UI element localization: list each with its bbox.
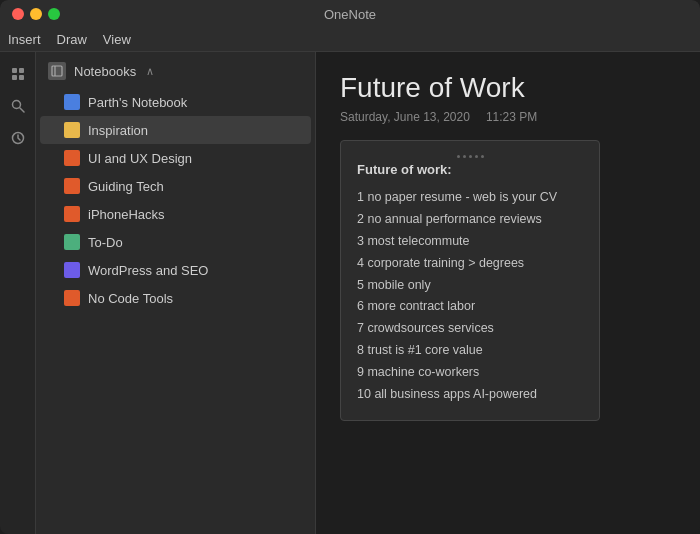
notebook-name-todo: To-Do (88, 235, 123, 250)
notebook-color-inspiration (64, 122, 80, 138)
svg-rect-0 (12, 68, 17, 73)
notebook-color-todo (64, 234, 80, 250)
note-time: 11:23 PM (486, 110, 537, 124)
menu-bar: Insert Draw View (0, 28, 700, 52)
notebook-color-iphonehacks (64, 206, 80, 222)
grid-icon-button[interactable] (4, 60, 32, 88)
handle-dot-4 (475, 155, 478, 158)
card-handle (357, 155, 583, 158)
notebook-item-iphonehacks[interactable]: iPhoneHacks (40, 200, 311, 228)
notebook-color-ui-ux (64, 150, 80, 166)
notebook-item-todo[interactable]: To-Do (40, 228, 311, 256)
traffic-lights (12, 8, 60, 20)
notebook-color-nocode (64, 290, 80, 306)
title-bar: OneNote (0, 0, 700, 28)
notebooks-label: Notebooks (74, 64, 136, 79)
notebook-item-ui-ux[interactable]: UI and UX Design (40, 144, 311, 172)
note-item-2: 2 no annual performance reviews (357, 209, 583, 231)
close-button[interactable] (12, 8, 24, 20)
note-item-1: 1 no paper resume - web is your CV (357, 187, 583, 209)
minimize-button[interactable] (30, 8, 42, 20)
notebook-item-wordpress[interactable]: WordPress and SEO (40, 256, 311, 284)
notebook-sidebar: Notebooks ∧ Parth's Notebook Inspiration… (36, 52, 316, 534)
content-area: Future of Work Saturday, June 13, 2020 1… (316, 52, 700, 534)
note-item-4: 4 corporate training > degrees (357, 253, 583, 275)
note-item-6: 6 more contract labor (357, 296, 583, 318)
notebook-name-ui-ux: UI and UX Design (88, 151, 192, 166)
icon-sidebar (0, 52, 36, 534)
notebook-name-iphonehacks: iPhoneHacks (88, 207, 165, 222)
notebooks-icon (48, 62, 66, 80)
notebook-name-nocode: No Code Tools (88, 291, 173, 306)
history-icon-button[interactable] (4, 124, 32, 152)
svg-point-4 (12, 101, 20, 109)
note-item-9: 9 machine co-workers (357, 362, 583, 384)
search-icon-button[interactable] (4, 92, 32, 120)
menu-draw[interactable]: Draw (57, 32, 87, 47)
note-item-8: 8 trust is #1 core value (357, 340, 583, 362)
note-date: Saturday, June 13, 2020 (340, 110, 470, 124)
note-item-10: 10 all business apps AI-powered (357, 384, 583, 406)
note-card-title: Future of work: (357, 162, 583, 177)
note-item-5: 5 mobile only (357, 275, 583, 297)
notebook-item-guiding-tech[interactable]: Guiding Tech (40, 172, 311, 200)
handle-dot-1 (457, 155, 460, 158)
menu-insert[interactable]: Insert (8, 32, 41, 47)
window-title: OneNote (324, 7, 376, 22)
note-meta: Saturday, June 13, 2020 11:23 PM (340, 110, 676, 124)
notebook-name-inspiration: Inspiration (88, 123, 148, 138)
handle-dot-5 (481, 155, 484, 158)
notebook-color-parths (64, 94, 80, 110)
svg-rect-7 (52, 66, 62, 76)
notebook-item-inspiration[interactable]: Inspiration (40, 116, 311, 144)
menu-view[interactable]: View (103, 32, 131, 47)
notebook-item-parths[interactable]: Parth's Notebook (40, 88, 311, 116)
note-item-7: 7 crowdsources services (357, 318, 583, 340)
svg-line-5 (20, 108, 24, 112)
main-layout: Notebooks ∧ Parth's Notebook Inspiration… (0, 52, 700, 534)
svg-rect-1 (19, 68, 24, 73)
note-title: Future of Work (340, 72, 676, 104)
note-item-3: 3 most telecommute (357, 231, 583, 253)
notebook-color-guiding-tech (64, 178, 80, 194)
maximize-button[interactable] (48, 8, 60, 20)
notebook-item-nocode[interactable]: No Code Tools (40, 284, 311, 312)
notebooks-header: Notebooks ∧ (36, 52, 315, 88)
svg-rect-2 (12, 75, 17, 80)
chevron-icon: ∧ (146, 65, 154, 78)
handle-dot-3 (469, 155, 472, 158)
notebook-name-guiding-tech: Guiding Tech (88, 179, 164, 194)
notebook-name-wordpress: WordPress and SEO (88, 263, 208, 278)
handle-dot-2 (463, 155, 466, 158)
notebook-color-wordpress (64, 262, 80, 278)
svg-rect-3 (19, 75, 24, 80)
notebook-name-parths: Parth's Notebook (88, 95, 187, 110)
note-card: Future of work: 1 no paper resume - web … (340, 140, 600, 421)
